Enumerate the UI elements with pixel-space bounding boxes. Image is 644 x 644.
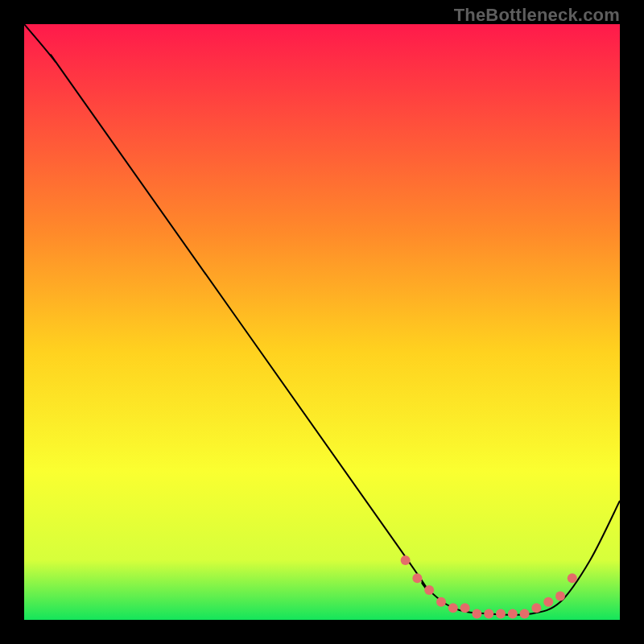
data-marker [496, 609, 506, 619]
chart-plot [24, 24, 620, 620]
data-marker [436, 597, 446, 607]
data-marker [424, 585, 434, 595]
data-marker [555, 591, 565, 601]
data-marker [401, 555, 411, 565]
watermark-label: TheBottleneck.com [454, 5, 620, 26]
data-marker [520, 609, 530, 619]
data-marker [484, 609, 493, 619]
data-marker [460, 603, 470, 613]
data-marker [448, 603, 458, 613]
gradient-rect [24, 24, 620, 620]
chart-stage: TheBottleneck.com [0, 0, 644, 644]
data-marker [412, 573, 422, 583]
data-marker [508, 609, 518, 619]
data-marker [543, 597, 553, 607]
data-marker [568, 573, 577, 583]
data-marker [531, 603, 541, 613]
data-marker [472, 609, 481, 619]
